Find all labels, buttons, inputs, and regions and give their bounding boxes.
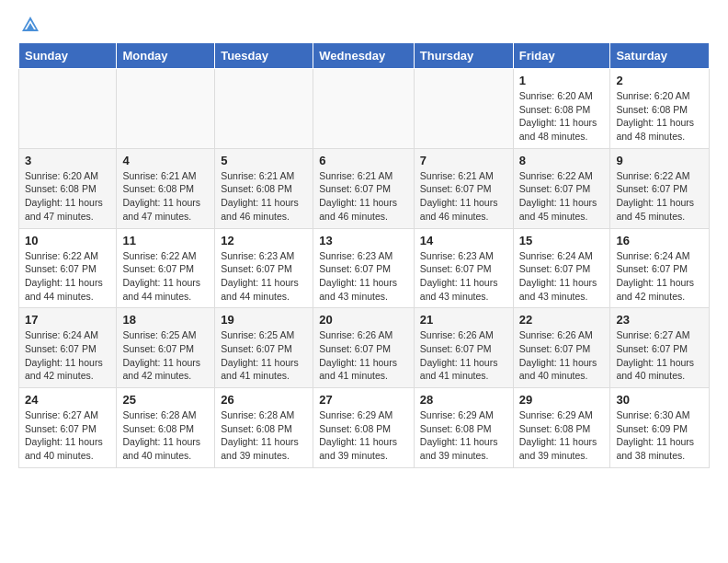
calendar-cell: 11Sunrise: 6:22 AM Sunset: 6:07 PM Dayli… — [117, 228, 215, 308]
calendar-cell: 4Sunrise: 6:21 AM Sunset: 6:08 PM Daylig… — [117, 148, 215, 228]
day-info: Sunrise: 6:26 AM Sunset: 6:07 PM Dayligh… — [420, 328, 507, 383]
day-info: Sunrise: 6:22 AM Sunset: 6:07 PM Dayligh… — [25, 249, 110, 304]
day-info: Sunrise: 6:29 AM Sunset: 6:08 PM Dayligh… — [519, 408, 605, 463]
calendar-cell: 2Sunrise: 6:20 AM Sunset: 6:08 PM Daylig… — [610, 69, 710, 149]
day-info: Sunrise: 6:20 AM Sunset: 6:08 PM Dayligh… — [616, 89, 703, 144]
day-number: 11 — [122, 234, 209, 247]
calendar-cell: 18Sunrise: 6:25 AM Sunset: 6:07 PM Dayli… — [117, 308, 215, 388]
page: SundayMondayTuesdayWednesdayThursdayFrid… — [0, 0, 728, 487]
logo — [18, 15, 44, 35]
day-info: Sunrise: 6:22 AM Sunset: 6:07 PM Dayligh… — [616, 169, 703, 224]
calendar-cell: 20Sunrise: 6:26 AM Sunset: 6:07 PM Dayli… — [313, 308, 415, 388]
day-info: Sunrise: 6:28 AM Sunset: 6:08 PM Dayligh… — [122, 408, 209, 463]
header — [18, 15, 710, 35]
day-number: 28 — [420, 393, 507, 407]
day-number: 10 — [25, 234, 110, 247]
day-number: 21 — [420, 313, 507, 327]
calendar-table: SundayMondayTuesdayWednesdayThursdayFrid… — [18, 42, 710, 468]
day-info: Sunrise: 6:20 AM Sunset: 6:08 PM Dayligh… — [519, 89, 605, 144]
day-info: Sunrise: 6:23 AM Sunset: 6:07 PM Dayligh… — [319, 249, 408, 304]
weekday-header-tuesday: Tuesday — [215, 43, 313, 69]
day-info: Sunrise: 6:24 AM Sunset: 6:07 PM Dayligh… — [519, 249, 605, 304]
day-number: 8 — [519, 154, 605, 167]
day-info: Sunrise: 6:27 AM Sunset: 6:07 PM Dayligh… — [25, 408, 110, 463]
day-number: 22 — [519, 313, 605, 327]
day-info: Sunrise: 6:29 AM Sunset: 6:08 PM Dayligh… — [420, 408, 507, 463]
day-number: 26 — [221, 393, 307, 407]
calendar-cell: 10Sunrise: 6:22 AM Sunset: 6:07 PM Dayli… — [19, 228, 117, 308]
calendar-cell: 21Sunrise: 6:26 AM Sunset: 6:07 PM Dayli… — [414, 308, 513, 388]
weekday-header-wednesday: Wednesday — [313, 43, 415, 69]
calendar-week-1: 1Sunrise: 6:20 AM Sunset: 6:08 PM Daylig… — [19, 69, 710, 149]
weekday-header-row: SundayMondayTuesdayWednesdayThursdayFrid… — [19, 43, 710, 69]
day-info: Sunrise: 6:24 AM Sunset: 6:07 PM Dayligh… — [25, 328, 110, 383]
day-number: 13 — [319, 234, 408, 247]
calendar-cell: 19Sunrise: 6:25 AM Sunset: 6:07 PM Dayli… — [215, 308, 313, 388]
calendar-week-3: 10Sunrise: 6:22 AM Sunset: 6:07 PM Dayli… — [19, 228, 710, 308]
day-number: 19 — [221, 313, 307, 327]
day-number: 3 — [25, 154, 110, 167]
day-info: Sunrise: 6:21 AM Sunset: 6:08 PM Dayligh… — [221, 169, 307, 224]
calendar-cell: 13Sunrise: 6:23 AM Sunset: 6:07 PM Dayli… — [313, 228, 415, 308]
day-number: 7 — [420, 154, 507, 167]
calendar-week-5: 24Sunrise: 6:27 AM Sunset: 6:07 PM Dayli… — [19, 388, 710, 468]
day-info: Sunrise: 6:21 AM Sunset: 6:08 PM Dayligh… — [122, 169, 209, 224]
calendar-cell — [313, 69, 415, 149]
day-info: Sunrise: 6:24 AM Sunset: 6:07 PM Dayligh… — [616, 249, 703, 304]
calendar-cell: 25Sunrise: 6:28 AM Sunset: 6:08 PM Dayli… — [117, 388, 215, 468]
calendar-cell — [117, 69, 215, 149]
weekday-header-saturday: Saturday — [610, 43, 710, 69]
day-number: 6 — [319, 154, 408, 167]
day-number: 27 — [319, 393, 408, 407]
day-info: Sunrise: 6:22 AM Sunset: 6:07 PM Dayligh… — [122, 249, 209, 304]
day-number: 17 — [25, 313, 110, 327]
weekday-header-monday: Monday — [117, 43, 215, 69]
day-info: Sunrise: 6:25 AM Sunset: 6:07 PM Dayligh… — [122, 328, 209, 383]
calendar-cell: 16Sunrise: 6:24 AM Sunset: 6:07 PM Dayli… — [610, 228, 710, 308]
day-number: 5 — [221, 154, 307, 167]
day-number: 18 — [122, 313, 209, 327]
calendar-cell: 14Sunrise: 6:23 AM Sunset: 6:07 PM Dayli… — [414, 228, 513, 308]
calendar-cell: 30Sunrise: 6:30 AM Sunset: 6:09 PM Dayli… — [610, 388, 710, 468]
day-number: 29 — [519, 393, 605, 407]
weekday-header-thursday: Thursday — [414, 43, 513, 69]
day-number: 20 — [319, 313, 408, 327]
calendar-cell — [215, 69, 313, 149]
day-info: Sunrise: 6:20 AM Sunset: 6:08 PM Dayligh… — [25, 169, 110, 224]
day-info: Sunrise: 6:25 AM Sunset: 6:07 PM Dayligh… — [221, 328, 307, 383]
calendar-cell — [414, 69, 513, 149]
calendar-cell: 22Sunrise: 6:26 AM Sunset: 6:07 PM Dayli… — [513, 308, 610, 388]
calendar-cell: 27Sunrise: 6:29 AM Sunset: 6:08 PM Dayli… — [313, 388, 415, 468]
day-number: 30 — [616, 393, 703, 407]
logo-icon — [20, 15, 40, 35]
day-info: Sunrise: 6:22 AM Sunset: 6:07 PM Dayligh… — [519, 169, 605, 224]
day-number: 1 — [519, 74, 605, 87]
calendar-week-4: 17Sunrise: 6:24 AM Sunset: 6:07 PM Dayli… — [19, 308, 710, 388]
calendar-cell: 29Sunrise: 6:29 AM Sunset: 6:08 PM Dayli… — [513, 388, 610, 468]
day-number: 25 — [122, 393, 209, 407]
day-number: 15 — [519, 234, 605, 247]
calendar-cell: 24Sunrise: 6:27 AM Sunset: 6:07 PM Dayli… — [19, 388, 117, 468]
calendar-cell: 8Sunrise: 6:22 AM Sunset: 6:07 PM Daylig… — [513, 148, 610, 228]
weekday-header-sunday: Sunday — [19, 43, 117, 69]
calendar-cell: 23Sunrise: 6:27 AM Sunset: 6:07 PM Dayli… — [610, 308, 710, 388]
calendar-cell: 9Sunrise: 6:22 AM Sunset: 6:07 PM Daylig… — [610, 148, 710, 228]
day-info: Sunrise: 6:26 AM Sunset: 6:07 PM Dayligh… — [519, 328, 605, 383]
calendar-cell: 12Sunrise: 6:23 AM Sunset: 6:07 PM Dayli… — [215, 228, 313, 308]
day-info: Sunrise: 6:21 AM Sunset: 6:07 PM Dayligh… — [420, 169, 507, 224]
day-number: 12 — [221, 234, 307, 247]
day-info: Sunrise: 6:30 AM Sunset: 6:09 PM Dayligh… — [616, 408, 703, 463]
calendar-cell: 26Sunrise: 6:28 AM Sunset: 6:08 PM Dayli… — [215, 388, 313, 468]
day-number: 23 — [616, 313, 703, 327]
calendar-cell: 28Sunrise: 6:29 AM Sunset: 6:08 PM Dayli… — [414, 388, 513, 468]
day-info: Sunrise: 6:23 AM Sunset: 6:07 PM Dayligh… — [420, 249, 507, 304]
day-number: 24 — [25, 393, 110, 407]
day-info: Sunrise: 6:29 AM Sunset: 6:08 PM Dayligh… — [319, 408, 408, 463]
day-info: Sunrise: 6:26 AM Sunset: 6:07 PM Dayligh… — [319, 328, 408, 383]
calendar-cell: 7Sunrise: 6:21 AM Sunset: 6:07 PM Daylig… — [414, 148, 513, 228]
day-info: Sunrise: 6:21 AM Sunset: 6:07 PM Dayligh… — [319, 169, 408, 224]
calendar-cell: 1Sunrise: 6:20 AM Sunset: 6:08 PM Daylig… — [513, 69, 610, 149]
calendar-week-2: 3Sunrise: 6:20 AM Sunset: 6:08 PM Daylig… — [19, 148, 710, 228]
calendar-cell: 17Sunrise: 6:24 AM Sunset: 6:07 PM Dayli… — [19, 308, 117, 388]
day-number: 4 — [122, 154, 209, 167]
